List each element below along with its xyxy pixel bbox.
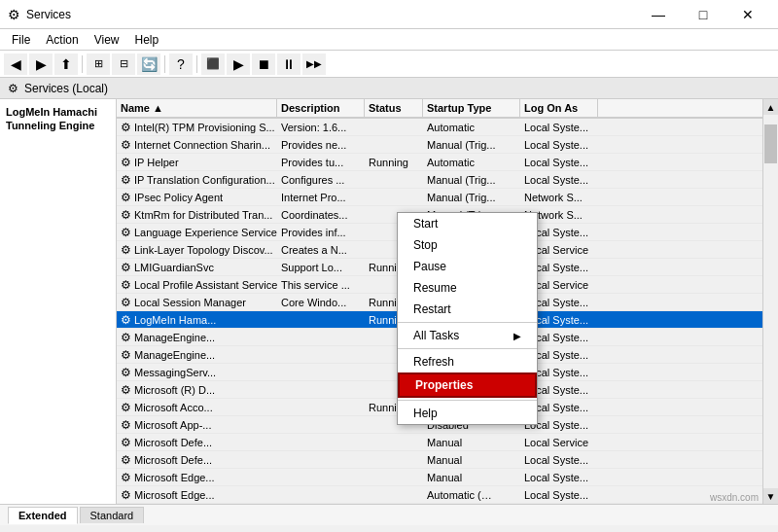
service-icon: ⚙ xyxy=(121,173,131,187)
tab-standard[interactable]: Standard xyxy=(80,507,145,523)
toolbar-play[interactable]: ▶ xyxy=(227,53,250,75)
service-name: Microsoft Edge... xyxy=(134,472,215,483)
toolbar-refresh[interactable]: 🔄 xyxy=(137,53,160,75)
ctx-label: Start xyxy=(413,217,438,231)
service-name: Internet Connection Sharin... xyxy=(134,139,270,151)
service-icon: ⚙ xyxy=(121,383,131,397)
service-status xyxy=(365,434,423,450)
context-menu-item-help[interactable]: Help xyxy=(398,403,537,424)
watermark: wsxdn.com xyxy=(710,492,759,503)
context-menu: StartStopPauseResumeRestartAll Tasks▶Ref… xyxy=(397,212,538,425)
minimize-button[interactable]: — xyxy=(636,0,681,29)
col-header-desc[interactable]: Description xyxy=(277,99,365,117)
tab-extended[interactable]: Extended xyxy=(8,507,78,524)
menu-file[interactable]: File xyxy=(4,31,38,49)
menu-bar: File Action View Help xyxy=(0,29,778,51)
table-row[interactable]: ⚙IPsec Policy Agent Internet Pro... Manu… xyxy=(117,189,762,206)
col-header-name[interactable]: Name ▲ xyxy=(117,99,277,117)
ctx-label: All Tasks xyxy=(413,329,459,342)
table-row[interactable]: ⚙Microsoft Edge... Automatic (… Local Sy… xyxy=(117,486,762,504)
toolbar-help[interactable]: ? xyxy=(169,53,193,75)
service-name: LogMeIn Hama... xyxy=(134,314,216,326)
service-desc: Support Lo... xyxy=(277,259,365,275)
service-desc xyxy=(277,399,365,415)
service-name: ManageEngine... xyxy=(134,332,215,343)
service-logon: Local Syste... xyxy=(520,171,598,188)
scroll-up-btn[interactable]: ▲ xyxy=(763,99,779,115)
service-desc: Provides inf... xyxy=(277,224,365,240)
service-icon: ⚙ xyxy=(121,401,131,414)
service-name: IP Translation Configuration... xyxy=(134,174,275,186)
scrollbar-track[interactable] xyxy=(763,115,778,488)
service-name: LMIGuardianSvc xyxy=(134,262,214,273)
service-name: Intel(R) TPM Provisioning S... xyxy=(134,122,275,133)
service-startup: Automatic xyxy=(423,119,520,135)
context-menu-item-refresh[interactable]: Refresh xyxy=(398,351,537,372)
service-name: KtmRm for Distributed Tran... xyxy=(134,209,272,221)
table-row[interactable]: ⚙Microsoft Edge... Manual Local Syste... xyxy=(117,469,762,486)
service-startup: Manual xyxy=(423,451,520,468)
close-button[interactable]: ✕ xyxy=(725,0,770,29)
toolbar-show-hide[interactable]: ⊞ xyxy=(87,53,110,75)
toolbar-up[interactable]: ⬆ xyxy=(54,53,78,75)
window-controls: — □ ✕ xyxy=(636,0,770,29)
context-menu-item-restart[interactable]: Restart xyxy=(398,299,537,320)
scrollbar[interactable]: ▲ ▼ xyxy=(762,99,778,504)
col-header-status[interactable]: Status xyxy=(365,99,423,117)
ctx-label: Restart xyxy=(413,302,451,316)
col-header-logon[interactable]: Log On As xyxy=(520,99,598,117)
ctx-label: Stop xyxy=(413,238,438,252)
service-desc: Coordinates... xyxy=(277,206,365,223)
context-menu-item-start[interactable]: Start xyxy=(398,213,537,234)
context-menu-item-all-tasks[interactable]: All Tasks▶ xyxy=(398,325,537,346)
toolbar-export[interactable]: ⬛ xyxy=(201,53,225,75)
service-logon: Local Syste... xyxy=(520,486,598,503)
service-icon: ⚙ xyxy=(121,296,131,309)
service-icon: ⚙ xyxy=(121,226,131,239)
table-row[interactable]: ⚙IP Translation Configuration... Configu… xyxy=(117,171,762,189)
service-name: MessagingServ... xyxy=(134,367,216,378)
service-desc xyxy=(277,381,365,398)
context-menu-item-resume[interactable]: Resume xyxy=(398,277,537,299)
service-desc: Version: 1.6... xyxy=(277,119,365,135)
toolbar-back[interactable]: ◀ xyxy=(4,53,27,75)
table-row[interactable]: ⚙Internet Connection Sharin... Provides … xyxy=(117,136,762,154)
ctx-label: Refresh xyxy=(413,355,454,369)
service-desc xyxy=(277,329,365,345)
service-status xyxy=(365,171,423,188)
table-row[interactable]: ⚙Microsoft Defe... Manual Local Syste... xyxy=(117,451,762,469)
service-name: Microsoft Defe... xyxy=(134,454,212,466)
title-bar: ⚙ Services — □ ✕ xyxy=(0,0,778,29)
service-desc xyxy=(277,486,365,503)
col-header-startup[interactable]: Startup Type xyxy=(423,99,520,117)
toolbar-stop[interactable]: ⏹ xyxy=(252,53,275,75)
toolbar-pause[interactable]: ⏸ xyxy=(277,53,301,75)
service-status xyxy=(365,119,423,135)
toolbar-icon[interactable]: ⊟ xyxy=(112,53,135,75)
scrollbar-thumb[interactable] xyxy=(764,124,777,163)
left-sidebar: LogMeIn Hamachi Tunneling Engine xyxy=(0,99,117,504)
service-name: Local Profile Assistant Service xyxy=(134,279,277,291)
menu-view[interactable]: View xyxy=(87,31,127,49)
menu-action[interactable]: Action xyxy=(38,31,86,49)
toolbar-skip[interactable]: ▶▶ xyxy=(302,53,326,75)
menu-help[interactable]: Help xyxy=(127,31,167,49)
table-row[interactable]: ⚙Microsoft Defe... Manual Local Service xyxy=(117,434,762,451)
service-icon: ⚙ xyxy=(121,313,131,327)
context-menu-separator xyxy=(398,322,537,323)
service-startup: Manual (Trig... xyxy=(423,136,520,153)
toolbar-forward[interactable]: ▶ xyxy=(29,53,53,75)
maximize-button[interactable]: □ xyxy=(681,0,725,29)
context-menu-item-properties[interactable]: Properties xyxy=(398,372,537,398)
service-desc xyxy=(277,469,365,485)
scroll-down-btn[interactable]: ▼ xyxy=(763,488,779,504)
context-menu-item-stop[interactable]: Stop xyxy=(398,234,537,256)
service-status xyxy=(365,189,423,205)
service-name: Microsoft Edge... xyxy=(134,489,215,501)
table-row[interactable]: ⚙Intel(R) TPM Provisioning S... Version:… xyxy=(117,119,762,136)
context-menu-item-pause[interactable]: Pause xyxy=(398,256,537,277)
table-row[interactable]: ⚙IP Helper Provides tu... Running Automa… xyxy=(117,154,762,171)
service-status xyxy=(365,469,423,485)
service-icon: ⚙ xyxy=(121,191,131,204)
service-logon: Network S... xyxy=(520,189,598,205)
